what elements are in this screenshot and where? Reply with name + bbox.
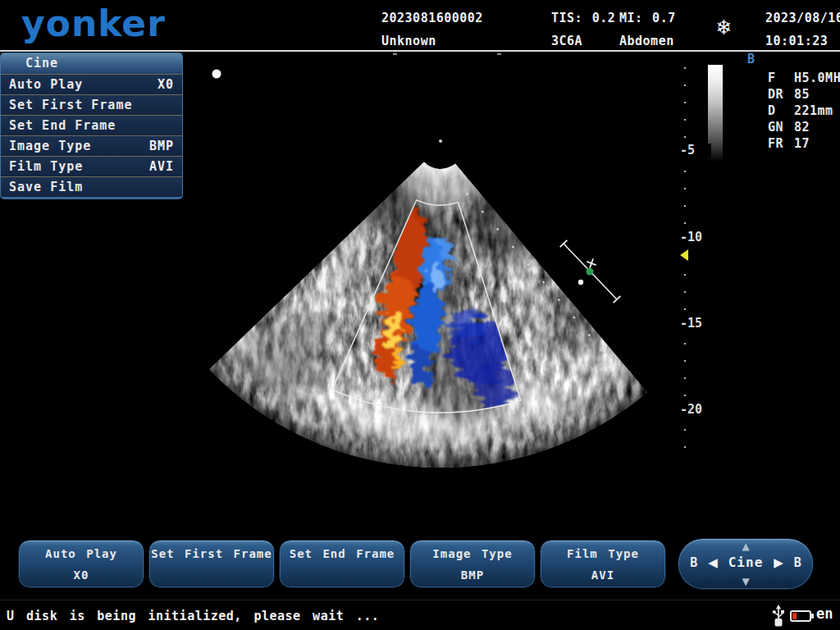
param-depth: D221mm [768, 103, 840, 119]
cine-menu: Cine Auto Play X0 Set First Frame Set En… [0, 52, 183, 199]
status-message: U disk is being initialized, please wait… [7, 609, 379, 623]
softkey-image-type[interactable]: Image Type BMP [409, 540, 536, 588]
softkey-set-end-frame[interactable]: Set End Frame [279, 540, 405, 588]
menu-item-film-type[interactable]: Film Type AVI [1, 156, 182, 176]
arrow-down-icon[interactable]: ▼ [678, 576, 813, 587]
softkey-film-type[interactable]: Film Type AVI [540, 540, 666, 588]
menu-item-save-film[interactable]: Save Film [1, 176, 182, 197]
measurement-caliper[interactable] [560, 240, 621, 303]
system-date: 2023/08/16 [765, 11, 840, 25]
param-gain: GN82 [768, 119, 840, 135]
menu-nav-control[interactable]: ▲ B ◀ Cine ▶ B ▼ [678, 538, 814, 590]
menu-title: Cine [1, 53, 182, 74]
depth-label-5: -5 [680, 144, 711, 158]
system-time: 10:01:23 [765, 34, 828, 48]
image-parameters: FH5.0MHz DR85 D221mm GN82 FR17 [768, 70, 840, 152]
probe-orientation-marker [212, 70, 221, 79]
softkey-set-first-frame[interactable]: Set First Frame [148, 540, 275, 588]
mode-indicator: B [747, 52, 755, 66]
battery-level-indicator [792, 613, 797, 619]
arrow-up-icon[interactable]: ▲ [678, 541, 813, 552]
exam-preset: Abdomen [619, 34, 674, 48]
param-dynamic-range: DR85 [768, 86, 840, 103]
depth-label-10: -10 [680, 231, 711, 244]
arrow-right-icon[interactable]: ▶ [774, 555, 783, 570]
ultrasound-image-canvas[interactable] [189, 51, 681, 494]
param-frame-rate: FR17 [768, 135, 840, 152]
depth-label-20: -20 [680, 403, 711, 417]
usb-icon [772, 605, 785, 627]
freeze-icon: ❄ [717, 14, 730, 39]
mi-value: MI: 0.7 [619, 11, 676, 25]
top-bar: yonker 2023081600002 Unknown TIS: 0.2 3C… [0, 0, 840, 52]
arrow-left-icon[interactable]: ◀ [708, 555, 718, 570]
brand-logo: yonker [21, 3, 166, 44]
exam-id: 2023081600002 [381, 11, 483, 25]
menu-item-image-type[interactable]: Image Type BMP [1, 135, 182, 156]
probe-model: 3C6A [551, 34, 582, 48]
ultrasound-app-screen: yonker 2023081600002 Unknown TIS: 0.2 3C… [0, 0, 840, 630]
focus-position-marker[interactable] [680, 249, 688, 261]
language-indicator: en [816, 605, 833, 622]
nav-center-label: Cine [728, 555, 764, 570]
menu-item-set-end-frame[interactable]: Set End Frame [1, 115, 182, 135]
nav-mode-left-label: B [690, 555, 697, 570]
nav-mode-right-label: B [794, 555, 801, 570]
caliper-point-marker [587, 268, 594, 276]
depth-label-15: -15 [680, 317, 711, 331]
patient-name: Unknown [381, 34, 436, 48]
softkey-auto-play[interactable]: Auto Play X0 [18, 540, 144, 588]
tis-value: TIS: 0.2 [551, 11, 615, 25]
battery-icon [790, 610, 811, 622]
param-frequency: FH5.0MHz [768, 70, 840, 86]
menu-item-set-first-frame[interactable]: Set First Frame [1, 94, 182, 115]
status-bar: U disk is being initialized, please wait… [0, 600, 840, 630]
menu-item-auto-play[interactable]: Auto Play X0 [1, 74, 182, 94]
